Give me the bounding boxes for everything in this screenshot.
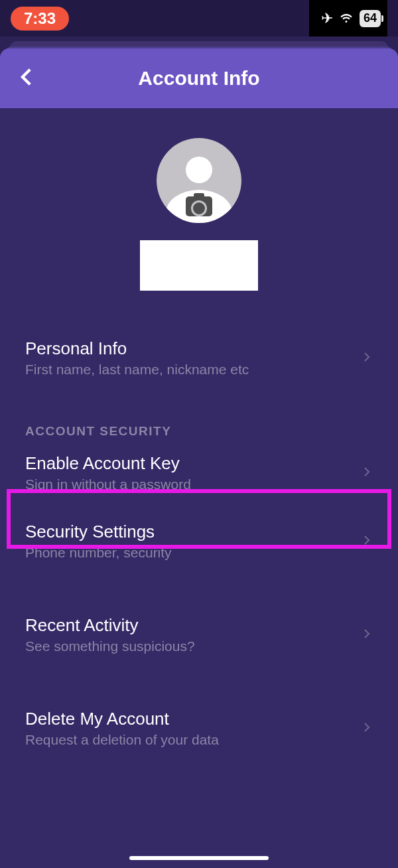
chevron-right-icon [361, 463, 373, 484]
status-time: 7:33 [11, 7, 69, 31]
recent-activity-row[interactable]: Recent Activity See something suspicious… [25, 601, 373, 669]
chevron-right-icon [361, 624, 373, 646]
row-title: Security Settings [25, 522, 172, 542]
page-title: Account Info [138, 67, 259, 90]
row-title: Delete My Account [25, 709, 219, 729]
nav-header: Account Info [0, 48, 398, 108]
row-title: Personal Info [25, 338, 249, 359]
content-area: Personal Info First name, last name, nic… [0, 108, 398, 868]
row-subtitle: Phone number, security [25, 545, 172, 561]
camera-icon[interactable] [186, 196, 212, 216]
chevron-right-icon [361, 718, 373, 739]
personal-info-row[interactable]: Personal Info First name, last name, nic… [25, 324, 373, 392]
battery-level: 64 [362, 11, 378, 25]
row-subtitle: First name, last name, nickname etc [25, 362, 249, 378]
airplane-icon: ✈ [321, 10, 333, 27]
avatar[interactable] [157, 138, 241, 223]
section-header-account-security: ACCOUNT SECURITY [25, 424, 373, 439]
security-settings-row[interactable]: Security Settings Phone number, security [25, 507, 373, 575]
row-title: Recent Activity [25, 615, 195, 636]
row-subtitle: Request a deletion of your data [25, 732, 219, 748]
back-button[interactable] [16, 66, 38, 91]
row-subtitle: Sign in without a password [25, 476, 191, 492]
status-bar: 7:33 ✈ 64 [0, 0, 398, 36]
profile-header [0, 138, 398, 291]
enable-account-key-row[interactable]: Enable Account Key Sign in without a pas… [25, 439, 373, 507]
chevron-left-icon [16, 66, 38, 88]
home-indicator[interactable] [129, 856, 269, 860]
row-title: Enable Account Key [25, 453, 191, 474]
username-redacted [140, 240, 258, 291]
status-icons: ✈ 64 [309, 0, 387, 36]
delete-account-row[interactable]: Delete My Account Request a deletion of … [25, 694, 373, 762]
battery-icon: 64 [360, 10, 381, 27]
wifi-icon [338, 9, 354, 28]
avatar-placeholder-head [186, 157, 212, 183]
row-subtitle: See something suspicious? [25, 638, 195, 654]
chevron-right-icon [361, 531, 373, 552]
chevron-right-icon [361, 348, 373, 369]
